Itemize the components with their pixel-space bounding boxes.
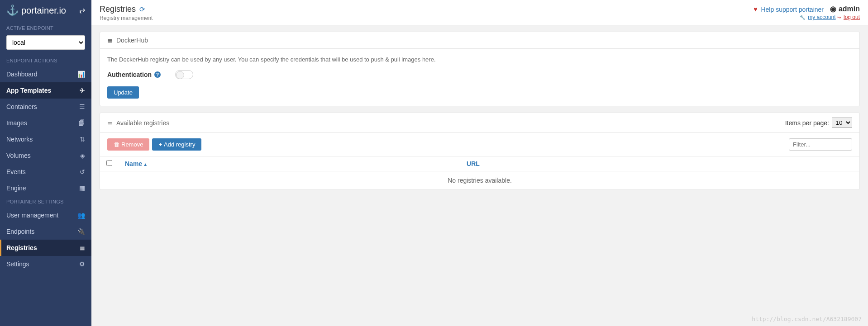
registries-table: Name▲ URL No registries available. bbox=[100, 156, 859, 189]
content-area: ≣ DockerHub The DockerHub registry can b… bbox=[91, 25, 868, 203]
sidebar: ⚓ portainer.io ⇄ ACTIVE ENDPOINT local E… bbox=[0, 0, 91, 326]
database-icon: ≣ bbox=[80, 244, 85, 251]
dockerhub-title: DockerHub bbox=[116, 37, 148, 44]
sitemap-icon: ⇅ bbox=[80, 136, 85, 143]
sidebar-item-containers[interactable]: Containers ☰ bbox=[0, 99, 91, 115]
toolbar-left: 🗑Remove +Add registry bbox=[107, 138, 201, 151]
user-block[interactable]: ◉ admin bbox=[830, 5, 860, 13]
table-header-row: Name▲ URL bbox=[100, 156, 859, 171]
user-icon: ◉ bbox=[830, 5, 836, 13]
sidebar-item-registries[interactable]: Registries ≣ bbox=[0, 240, 91, 256]
sidebar-item-endpoints[interactable]: Endpoints 🔌 bbox=[0, 223, 91, 240]
filter-input[interactable] bbox=[789, 138, 852, 151]
sidebar-item-networks[interactable]: Networks ⇅ bbox=[0, 131, 91, 147]
sidebar-item-label: Images bbox=[6, 119, 27, 127]
col-url-header[interactable]: URL bbox=[460, 156, 859, 171]
items-per-page-label: Items per page: bbox=[785, 119, 829, 127]
header-sublinks: 🔧my account ↪log out bbox=[754, 14, 860, 20]
update-button[interactable]: Update bbox=[107, 86, 139, 99]
my-account-link[interactable]: my account bbox=[808, 14, 835, 20]
username: admin bbox=[839, 5, 860, 13]
dockerhub-description: The DockerHub registry can be used by an… bbox=[100, 49, 859, 70]
no-data-message: No registries available. bbox=[100, 171, 859, 190]
auth-label-wrap: Authentication ? bbox=[107, 71, 161, 78]
auth-row: Authentication ? bbox=[100, 70, 859, 86]
sidebar-item-label: User management bbox=[6, 212, 58, 219]
registries-title: Available registries bbox=[116, 119, 169, 127]
sidebar-item-images[interactable]: Images 🗐 bbox=[0, 115, 91, 131]
info-icon[interactable]: ? bbox=[154, 71, 161, 78]
database-icon: ≣ bbox=[107, 37, 113, 44]
cogs-icon: ⚙ bbox=[79, 260, 85, 268]
page-title-row: Registries ⟳ bbox=[100, 5, 153, 14]
sidebar-item-label: Endpoints bbox=[6, 228, 34, 235]
sidebar-item-engine[interactable]: Engine ▦ bbox=[0, 180, 91, 196]
update-row: Update bbox=[100, 86, 859, 106]
crane-icon: ⚓ bbox=[6, 5, 19, 16]
sidebar-item-user-management[interactable]: User management 👥 bbox=[0, 207, 91, 223]
brand-text: portainer.io bbox=[21, 5, 66, 16]
items-per-page-group: Items per page: 10 bbox=[785, 118, 852, 128]
list-icon: ☰ bbox=[79, 103, 85, 110]
auth-label: Authentication bbox=[107, 71, 152, 78]
users-icon: 👥 bbox=[77, 212, 85, 219]
logo-row: ⚓ portainer.io ⇄ bbox=[0, 0, 91, 23]
sidebar-item-app-templates[interactable]: App Templates ✈ bbox=[0, 82, 91, 99]
grid-icon: ▦ bbox=[79, 184, 85, 192]
wrench-icon: 🔧 bbox=[800, 15, 805, 20]
col-name-header[interactable]: Name▲ bbox=[119, 156, 460, 171]
logout-icon: ↪ bbox=[837, 15, 841, 20]
trash-icon: 🗑 bbox=[114, 141, 119, 148]
page-subtitle: Registry management bbox=[100, 15, 153, 21]
sidebar-item-label: Containers bbox=[6, 103, 37, 110]
add-label: Add registry bbox=[164, 141, 195, 148]
sidebar-item-events[interactable]: Events ↺ bbox=[0, 164, 91, 180]
col-name-label: Name bbox=[125, 160, 142, 167]
empty-row: No registries available. bbox=[100, 171, 859, 190]
dockerhub-panel-header: ≣ DockerHub bbox=[100, 32, 859, 49]
page-header: Registries ⟳ Registry management ♥ Help … bbox=[91, 0, 868, 25]
brand-logo[interactable]: ⚓ portainer.io bbox=[6, 5, 66, 16]
sidebar-item-label: Registries bbox=[6, 244, 37, 251]
portainer-settings-label: PORTAINER SETTINGS bbox=[0, 196, 91, 207]
remove-button[interactable]: 🗑Remove bbox=[107, 138, 149, 151]
support-link[interactable]: Help support portainer bbox=[761, 6, 824, 13]
endpoint-select-wrap: local bbox=[6, 35, 85, 50]
main-content: Registries ⟳ Registry management ♥ Help … bbox=[91, 0, 868, 326]
col-url-label: URL bbox=[467, 160, 480, 167]
select-all-cell bbox=[100, 156, 119, 171]
volumes-icon: ◈ bbox=[80, 152, 85, 159]
sidebar-item-label: Settings bbox=[6, 260, 29, 268]
logout-link[interactable]: log out bbox=[844, 14, 860, 20]
sort-asc-icon: ▲ bbox=[143, 162, 148, 167]
dockerhub-panel: ≣ DockerHub The DockerHub registry can b… bbox=[100, 32, 860, 106]
plug-icon: 🔌 bbox=[77, 228, 85, 235]
sidebar-item-settings[interactable]: Settings ⚙ bbox=[0, 256, 91, 272]
sidebar-item-label: Networks bbox=[6, 136, 33, 143]
registries-panel: ≣ Available registries Items per page: 1… bbox=[100, 113, 860, 190]
sidebar-collapse-icon[interactable]: ⇄ bbox=[79, 6, 85, 15]
active-endpoint-label: ACTIVE ENDPOINT bbox=[0, 23, 91, 33]
refresh-icon[interactable]: ⟳ bbox=[139, 5, 145, 14]
registries-panel-header: ≣ Available registries Items per page: 1… bbox=[100, 113, 859, 133]
auth-toggle[interactable] bbox=[175, 70, 193, 79]
sidebar-item-volumes[interactable]: Volumes ◈ bbox=[0, 147, 91, 164]
sidebar-item-label: Events bbox=[6, 168, 26, 175]
page-title: Registries bbox=[100, 5, 136, 14]
sidebar-item-label: Dashboard bbox=[6, 71, 38, 78]
remove-label: Remove bbox=[121, 141, 143, 148]
history-icon: ↺ bbox=[80, 168, 85, 175]
copy-icon: 🗐 bbox=[79, 119, 85, 127]
add-registry-button[interactable]: +Add registry bbox=[152, 138, 201, 151]
sidebar-item-dashboard[interactable]: Dashboard 📊 bbox=[0, 66, 91, 82]
endpoint-actions-label: ENDPOINT ACTIONS bbox=[0, 55, 91, 66]
sidebar-item-label: Volumes bbox=[6, 152, 31, 159]
items-per-page-select[interactable]: 10 bbox=[832, 118, 852, 128]
registries-toolbar: 🗑Remove +Add registry bbox=[100, 133, 859, 156]
sidebar-item-label: Engine bbox=[6, 184, 26, 192]
endpoint-select[interactable]: local bbox=[6, 35, 85, 50]
heart-icon: ♥ bbox=[754, 5, 757, 13]
select-all-checkbox[interactable] bbox=[106, 160, 112, 166]
header-right: ♥ Help support portainer ◉ admin 🔧my acc… bbox=[754, 5, 860, 21]
rocket-icon: ✈ bbox=[80, 87, 85, 94]
